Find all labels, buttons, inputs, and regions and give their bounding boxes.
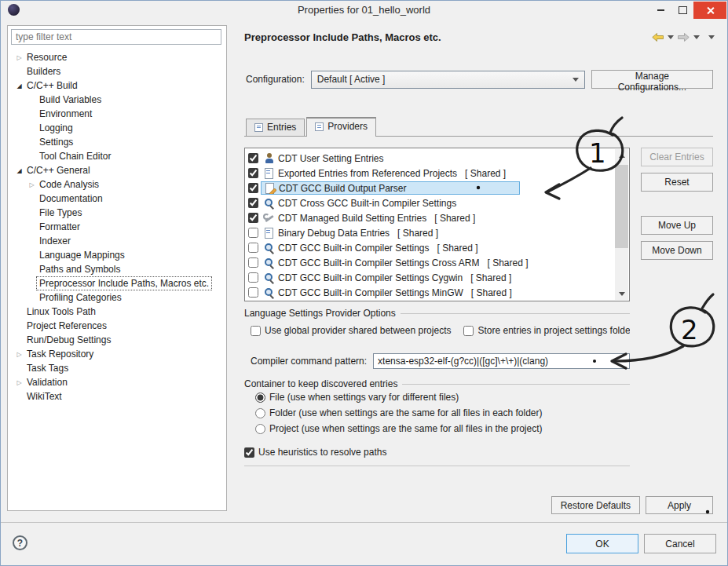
provider-row[interactable]: CDT Managed Build Setting Entries[ Share… [247,210,613,225]
container-radio-option[interactable]: File (use when settings vary for differe… [255,389,630,405]
tree-item[interactable]: Environment [8,107,226,121]
provider-row[interactable]: CDT User Setting Entries [247,151,613,166]
tree-item[interactable]: Preprocessor Include Paths, Macros etc. [8,276,226,290]
radio-input[interactable] [255,393,265,403]
provider-row[interactable]: CDT GCC Build Output Parser [247,181,613,195]
global-provider-checkbox[interactable]: Use global provider shared between proje… [251,325,451,336]
tree-item[interactable]: Project References [8,319,226,333]
provider-entry[interactable]: CDT GCC Built-in Compiler Settings MinGW… [261,286,514,299]
title-bar[interactable]: Properties for 01_hello_world [1,1,727,20]
scroll-up-button[interactable] [615,149,628,162]
tree-item[interactable]: Logging [8,121,226,135]
tree-item[interactable]: ▷Code Analysis [8,177,226,192]
provider-checkbox[interactable] [248,198,258,208]
tree-item[interactable]: Documentation [8,192,226,206]
provider-entry[interactable]: CDT User Setting Entries [261,152,386,165]
provider-checkbox[interactable] [248,183,258,193]
provider-entry[interactable]: CDT Managed Build Setting Entries[ Share… [261,211,477,225]
move-up-button[interactable]: Move Up [641,216,713,235]
heuristics-checkbox[interactable]: Use heuristics to resolve paths [244,447,630,458]
store-entries-checkbox-input[interactable] [463,326,474,336]
provider-row[interactable]: CDT Cross GCC Built-in Compiler Settings [247,195,613,210]
scrollbar-thumb[interactable] [615,165,628,248]
store-entries-checkbox[interactable]: Store entries in project settings folder… [463,325,630,336]
provider-checkbox[interactable] [248,287,258,298]
provider-entry[interactable]: CDT GCC Built-in Compiler Settings[ Shar… [261,241,481,254]
apply-button[interactable]: Apply [646,496,713,514]
tree-item[interactable]: Run/Debug Settings [8,333,226,347]
manage-configurations-button[interactable]: Manage Configurations... [591,70,713,89]
provider-row[interactable]: Exported Entries from Referenced Project… [247,166,613,181]
provider-entry[interactable]: CDT GCC Built-in Compiler Settings Cygwi… [261,271,514,284]
forward-arrow-icon[interactable] [678,33,690,42]
provider-checkbox[interactable] [248,257,258,268]
tree-item[interactable]: Language Mappings [8,248,226,262]
provider-entry[interactable]: Exported Entries from Referenced Project… [261,166,508,180]
provider-row[interactable]: CDT GCC Built-in Compiler Settings Cross… [247,255,613,270]
restore-defaults-button[interactable]: Restore Defaults [551,496,640,514]
provider-row[interactable]: Binary Debug Data Entries[ Shared ] [247,225,613,240]
container-radio-option[interactable]: Folder (use when settings are the same f… [255,405,630,421]
provider-entry[interactable]: CDT GCC Built-in Compiler Settings Cross… [261,256,531,269]
provider-entry[interactable]: Binary Debug Data Entries[ Shared ] [261,226,441,239]
view-menu-caret-icon[interactable] [708,35,715,39]
provider-checkbox[interactable] [248,168,258,178]
ok-button[interactable]: OK [566,534,638,553]
tree-item[interactable]: Formatter [8,220,226,234]
minimize-button[interactable] [649,2,671,19]
collapse-arrow-icon[interactable]: ◢ [14,167,24,174]
clear-entries-button[interactable]: Clear Entries [641,148,713,166]
expand-arrow-icon[interactable]: ▷ [27,181,37,188]
tree-item[interactable]: Settings [8,135,226,149]
scrollbar-track[interactable] [615,162,628,287]
back-arrow-icon[interactable] [652,33,664,42]
vertical-scrollbar[interactable] [615,149,628,300]
tab-entries[interactable]: Entries [246,119,305,136]
maximize-button[interactable] [671,2,693,19]
tree-item[interactable]: File Types [8,206,226,220]
heuristics-checkbox-input[interactable] [244,447,254,458]
expand-arrow-icon[interactable]: ▷ [14,54,24,61]
global-provider-checkbox-input[interactable] [251,326,261,336]
provider-entry[interactable]: CDT Cross GCC Built-in Compiler Settings [261,196,459,210]
provider-checkbox[interactable] [248,213,258,223]
tree-item[interactable]: Paths and Symbols [8,262,226,276]
tree-item[interactable]: Build Variables [8,93,226,107]
reset-button[interactable]: Reset [641,173,713,192]
cancel-button[interactable]: Cancel [644,534,716,553]
tree-item[interactable]: Task Tags [8,361,226,375]
tree-item[interactable]: ▷Task Repository [8,347,226,361]
tree-item[interactable]: Tool Chain Editor [8,149,226,163]
radio-input[interactable] [255,408,265,418]
provider-checkbox[interactable] [248,243,258,253]
help-button[interactable]: ? [13,535,27,550]
radio-input[interactable] [255,424,265,434]
container-radio-option[interactable]: Project (use when settings are the same … [255,421,630,436]
provider-checkbox[interactable] [248,153,258,163]
collapse-arrow-icon[interactable]: ◢ [14,82,24,89]
compiler-pattern-input[interactable] [373,353,630,369]
close-button[interactable] [693,2,726,19]
provider-row[interactable]: CDT GCC Built-in Compiler Settings MinGW… [247,285,613,300]
tree-item[interactable]: ▷Validation [8,375,226,389]
tab-providers[interactable]: Providers [306,117,376,137]
filter-input[interactable] [11,29,221,45]
back-menu-caret-icon[interactable] [668,35,674,39]
tree-item[interactable]: ▷Resource [8,50,226,64]
forward-menu-caret-icon[interactable] [693,35,700,39]
tree-item[interactable]: Linux Tools Path [8,305,226,319]
tree-item[interactable]: Profiling Categories [8,290,226,305]
tree-item[interactable]: ◢C/C++ Build [8,79,226,93]
scroll-down-button[interactable] [615,287,628,300]
tree-item[interactable]: Builders [8,64,226,79]
expand-arrow-icon[interactable]: ▷ [14,379,24,386]
expand-arrow-icon[interactable]: ▷ [14,351,24,358]
provider-row[interactable]: CDT GCC Built-in Compiler Settings Cygwi… [247,270,613,285]
configuration-dropdown[interactable]: Default [ Active ] [311,71,585,89]
provider-checkbox[interactable] [248,228,258,238]
provider-entry[interactable]: CDT GCC Build Output Parser [261,181,520,195]
provider-row[interactable]: CDT GCC Built-in Compiler Settings[ Shar… [247,240,613,255]
provider-checkbox[interactable] [248,272,258,283]
move-down-button[interactable]: Move Down [641,241,713,260]
tree-item[interactable]: WikiText [8,389,226,404]
